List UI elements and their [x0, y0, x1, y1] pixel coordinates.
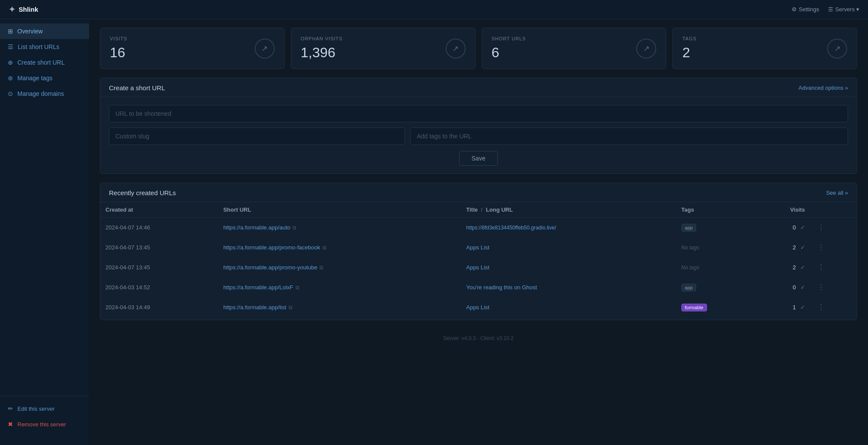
title-link[interactable]: You're reading this on Ghost — [466, 284, 537, 291]
check-icon: ✓ — [800, 244, 805, 251]
short-url-link[interactable]: https://a.formable.app/promo-facebook — [223, 244, 320, 251]
plus-icon: ⊕ — [8, 59, 13, 66]
td-title-longurl: Apps List — [461, 238, 676, 258]
url-input[interactable] — [109, 105, 848, 122]
url-table: Created at Short URL Title / Long URL Ta… — [100, 202, 857, 317]
td-title-longurl: https://8fd3e8134450ffeb50.gradio.live/ — [461, 218, 676, 238]
td-tags: No tags — [676, 238, 756, 258]
tag-badge[interactable]: app — [681, 284, 696, 291]
td-visits: 1✓ — [756, 298, 810, 317]
td-short-url: https://a.formable.app/auto⧉ — [218, 218, 461, 238]
globe-icon: ⊙ — [8, 90, 13, 97]
row-actions-button[interactable]: ⋮ — [815, 242, 827, 252]
td-visits: 0✓ — [756, 278, 810, 298]
stat-card-short-urls: SHORT URLS 6 ↗ — [482, 28, 667, 69]
td-visits: 2✓ — [756, 258, 810, 278]
short-url-link[interactable]: https://a.formable.app/promo-youtube — [223, 264, 317, 271]
th-visits: Visits — [756, 202, 810, 218]
sidebar-item-edit-server[interactable]: ✏ Edit this server — [0, 401, 89, 416]
create-url-title: Create a short URL — [109, 84, 165, 92]
stat-card-tags: TAGS 2 ↗ — [672, 28, 857, 69]
save-button[interactable]: Save — [459, 151, 498, 166]
stat-value-tags: 2 — [682, 45, 697, 61]
sidebar-item-manage-domains[interactable]: ⊙ Manage domains — [0, 86, 89, 101]
sidebar-item-label: Create short URL — [17, 59, 65, 66]
td-visits: 2✓ — [756, 238, 810, 258]
sidebar-item-overview[interactable]: ⊞ Overview — [0, 23, 89, 39]
sidebar-item-label: List short URLs — [18, 43, 59, 50]
title-link[interactable]: Apps List — [466, 304, 489, 311]
check-icon: ✓ — [800, 304, 805, 311]
sidebar: ⊞ Overview ☰ List short URLs ⊕ Create sh… — [0, 19, 89, 445]
tags-input[interactable] — [410, 128, 848, 145]
servers-link[interactable]: ☰ Servers ▾ — [828, 6, 859, 13]
td-visits: 0✓ — [756, 218, 810, 238]
slug-tags-row — [109, 128, 848, 145]
advanced-options-link[interactable]: Advanced options » — [799, 85, 848, 91]
td-created-at: 2024-04-07 13:45 — [100, 238, 218, 258]
tag-badge[interactable]: app — [681, 224, 696, 232]
sidebar-item-label: Edit this server — [17, 406, 55, 412]
sidebar-item-list-short-urls[interactable]: ☰ List short URLs — [0, 39, 89, 55]
sidebar-item-label: Overview — [17, 28, 43, 35]
table-row: 2024-04-03 14:49https://a.formable.app/l… — [100, 298, 857, 317]
sidebar-item-remove-server[interactable]: ✖ Remove this server — [0, 416, 89, 432]
th-created-at: Created at — [100, 202, 218, 218]
stat-label-short-urls: SHORT URLS — [492, 36, 526, 41]
stat-value-short-urls: 6 — [492, 45, 526, 61]
title-link[interactable]: Apps List — [466, 244, 489, 251]
sidebar-item-manage-tags[interactable]: ⊛ Manage tags — [0, 70, 89, 86]
td-actions: ⋮ — [810, 258, 857, 278]
recently-created-body: Created at Short URL Title / Long URL Ta… — [100, 202, 857, 320]
stat-card-orphan-visits: ORPHAN VISITS 1,396 ↗ — [291, 28, 476, 69]
remove-icon: ✖ — [8, 421, 13, 428]
brand-name: Shlink — [19, 6, 38, 13]
td-tags: app — [676, 278, 756, 298]
th-title: Title / Long URL — [461, 202, 676, 218]
no-tags: No tags — [681, 265, 699, 271]
copy-icon[interactable]: ⧉ — [296, 285, 299, 291]
check-icon: ✓ — [800, 284, 805, 291]
recently-created-header: Recently created URLs See all » — [100, 183, 857, 202]
footer-text: Server: v4.0.3 - Client: v3.10.2 — [443, 335, 513, 341]
td-created-at: 2024-04-03 14:49 — [100, 298, 218, 317]
row-actions-button[interactable]: ⋮ — [815, 282, 827, 292]
td-actions: ⋮ — [810, 218, 857, 238]
short-url-link[interactable]: https://a.formable.app/list — [223, 304, 286, 311]
short-url-link[interactable]: https://a.formable.app/auto — [223, 224, 290, 231]
long-url-link[interactable]: https://8fd3e8134450ffeb50.gradio.live/ — [466, 225, 556, 231]
copy-icon[interactable]: ⧉ — [322, 245, 326, 251]
row-actions-button[interactable]: ⋮ — [815, 222, 827, 232]
td-actions: ⋮ — [810, 278, 857, 298]
table-row: 2024-04-03 14:52https://a.formable.app/L… — [100, 278, 857, 298]
td-tags: app — [676, 218, 756, 238]
url-table-body: 2024-04-07 14:46https://a.formable.app/a… — [100, 218, 857, 317]
stat-label-visits: VISITS — [110, 36, 127, 41]
see-all-link[interactable]: See all » — [826, 190, 848, 196]
sidebar-item-label: Manage tags — [17, 75, 53, 82]
slug-input[interactable] — [109, 128, 405, 145]
stat-icon-orphan-visits: ↗ — [446, 39, 466, 59]
create-url-card: Create a short URL Advanced options » Sa… — [100, 78, 857, 174]
sidebar-item-create-short-url[interactable]: ⊕ Create short URL — [0, 55, 89, 70]
copy-icon[interactable]: ⧉ — [293, 225, 296, 231]
stat-value-visits: 16 — [110, 45, 127, 61]
settings-link[interactable]: ⚙ Settings — [792, 6, 819, 13]
td-short-url: https://a.formable.app/list⧉ — [218, 298, 461, 317]
td-actions: ⋮ — [810, 298, 857, 317]
td-short-url: https://a.formable.app/promo-facebook⧉ — [218, 238, 461, 258]
recently-created-card: Recently created URLs See all » Created … — [100, 183, 857, 320]
tag-badge[interactable]: formable — [681, 304, 707, 311]
copy-icon[interactable]: ⧉ — [319, 265, 323, 271]
visit-count: 0 — [793, 224, 796, 231]
row-actions-button[interactable]: ⋮ — [815, 262, 827, 272]
visit-count: 2 — [793, 264, 796, 271]
td-title-longurl: Apps List — [461, 298, 676, 317]
stat-icon-tags: ↗ — [827, 39, 847, 59]
copy-icon[interactable]: ⧉ — [289, 304, 293, 311]
td-tags: No tags — [676, 258, 756, 278]
short-url-link[interactable]: https://a.formable.app/LolxF — [223, 284, 293, 291]
home-icon: ⊞ — [8, 28, 13, 35]
row-actions-button[interactable]: ⋮ — [815, 302, 827, 312]
title-link[interactable]: Apps List — [466, 264, 489, 271]
